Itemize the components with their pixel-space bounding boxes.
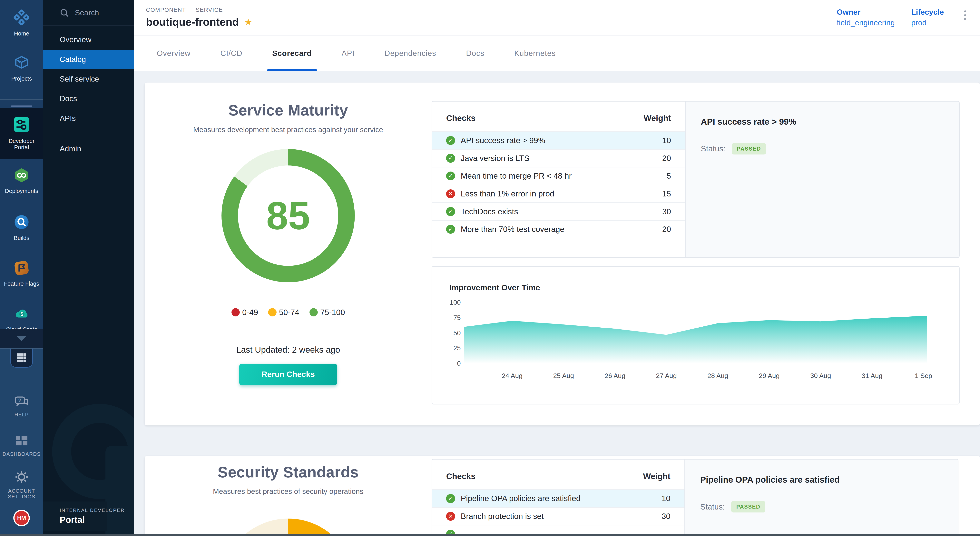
rerun-checks-button[interactable]: Rerun Checks <box>239 364 337 385</box>
sidebar-item-catalog[interactable]: Catalog <box>43 49 134 69</box>
svg-text:31 Aug: 31 Aug <box>862 372 882 379</box>
security-standards-card: Security Standards Measures best practic… <box>145 456 980 536</box>
last-updated-text: Last Updated: 2 weeks ago <box>236 345 340 355</box>
rail-label: Feature Flags <box>4 280 39 287</box>
improvement-area-chart: 025507510024 Aug25 Aug26 Aug27 Aug28 Aug… <box>432 295 959 391</box>
rail-collapse-handle[interactable] <box>11 105 32 107</box>
search-icon <box>60 8 69 17</box>
help-button[interactable]: ? HELP <box>0 395 43 418</box>
sidebar-item-overview[interactable]: Overview <box>43 30 134 49</box>
account-settings-button[interactable]: ACCOUNT SETTINGS <box>0 470 43 499</box>
rail-bottom-label: HELP <box>14 412 29 418</box>
check-row[interactable]: ✓More than 70% test coverage20 <box>432 220 685 238</box>
lifecycle-value[interactable]: prod <box>911 18 944 27</box>
check-weight: 20 <box>662 154 671 163</box>
favorite-star-icon[interactable]: ★ <box>244 16 253 27</box>
module-selector-button[interactable] <box>10 348 33 367</box>
rail-label: Home <box>14 30 29 37</box>
checks-table: Checks Weight ✓API success rate > 99%10 … <box>432 102 685 257</box>
sidebar-item-apis[interactable]: APIs <box>43 109 134 128</box>
brand-title: Portal <box>60 515 125 525</box>
check-status-icon: ✓ <box>446 172 455 180</box>
app-window: Home Projects Developer Portal <box>0 0 980 536</box>
check-row[interactable]: ✕Branch protection is set30 <box>432 507 684 525</box>
security-summary: Security Standards Measures best practic… <box>145 456 431 536</box>
status-label: Status: <box>700 502 725 512</box>
weight-column-header: Weight <box>644 113 671 123</box>
developer-portal-icon <box>13 116 30 134</box>
rail-bottom-section: ? HELP DASHBOARDS ACCOUNT SET <box>0 348 43 536</box>
service-maturity-card: Service Maturity Measures development be… <box>145 83 980 425</box>
rail-item-deployments[interactable]: Deployments <box>0 167 43 194</box>
check-status-icon: ✕ <box>446 189 455 198</box>
page-title: boutique-frontend <box>146 16 239 28</box>
sidebar-item-self-service[interactable]: Self service <box>43 69 134 89</box>
tab-scorecard[interactable]: Scorecard <box>272 35 312 71</box>
rail-label: Deployments <box>5 188 38 194</box>
lifecycle-meta: Lifecycle prod <box>911 8 944 27</box>
check-row[interactable]: ✓API success rate > 99%10 <box>432 131 685 149</box>
rail-item-builds[interactable]: Builds <box>0 214 43 241</box>
svg-text:28 Aug: 28 Aug <box>708 372 728 379</box>
check-row[interactable]: ✓Java version is LTS20 <box>432 149 685 167</box>
rail-label: Builds <box>14 235 29 241</box>
tab-api[interactable]: API <box>342 35 355 71</box>
scorecard-subtitle: Measures development best practices agai… <box>193 126 383 134</box>
score-value: 85 <box>221 149 355 282</box>
check-label: Pipeline OPA policies are satisfied <box>461 494 662 503</box>
check-weight: 10 <box>662 136 671 145</box>
rail-item-home[interactable]: Home <box>0 9 43 37</box>
check-status-icon: ✓ <box>446 225 455 234</box>
dashboards-button[interactable]: DASHBOARDS <box>0 434 43 457</box>
owner-value[interactable]: field_engineering <box>837 18 895 27</box>
sidebar-item-docs[interactable]: Docs <box>43 89 134 108</box>
rail-item-projects[interactable]: Projects <box>0 55 43 82</box>
checks-column-header: Checks <box>446 113 476 123</box>
owner-label: Owner <box>837 8 895 16</box>
entity-tabs: Overview CI/CD Scorecard API Dependencie… <box>134 35 980 71</box>
rail-item-developer-portal[interactable]: Developer Portal <box>0 108 43 159</box>
check-weight: 10 <box>662 494 670 503</box>
checks-panel: Checks Weight ✓Pipeline OPA policies are… <box>431 459 958 536</box>
builds-icon <box>13 214 30 232</box>
svg-text:100: 100 <box>450 299 461 306</box>
tab-dependencies[interactable]: Dependencies <box>385 35 436 71</box>
check-row[interactable]: ✕Less than 1% error in prod15 <box>432 184 685 202</box>
tab-kubernetes[interactable]: Kubernetes <box>514 35 556 71</box>
check-weight: 5 <box>667 171 671 181</box>
rail-item-cloud-costs[interactable]: $ Cloud Costs <box>0 305 43 333</box>
check-status-icon: ✕ <box>446 512 455 521</box>
svg-text:?: ? <box>18 398 22 403</box>
sidebar-search[interactable]: Search <box>43 0 134 26</box>
security-details: Checks Weight ✓Pipeline OPA policies are… <box>431 456 958 536</box>
tab-cicd[interactable]: CI/CD <box>220 35 242 71</box>
check-row[interactable]: ✓Pipeline OPA policies are satisfied10 <box>432 489 684 507</box>
score-gauge <box>221 519 355 536</box>
sidebar-item-admin[interactable]: Admin <box>43 139 134 159</box>
scorecard-title: Service Maturity <box>228 102 348 119</box>
user-avatar[interactable]: HM <box>13 510 30 526</box>
legend-dot-green <box>310 308 318 317</box>
check-row[interactable]: ✓TechDocs exists30 <box>432 202 685 220</box>
check-row[interactable]: ✓Mean time to merge PR < 48 hr5 <box>432 167 685 184</box>
dashboards-icon <box>14 434 29 449</box>
check-label: Mean time to merge PR < 48 hr <box>461 171 667 181</box>
window-bottom-edge <box>0 534 980 536</box>
tab-overview[interactable]: Overview <box>157 35 191 71</box>
tab-docs[interactable]: Docs <box>466 35 485 71</box>
gear-icon <box>14 470 29 485</box>
svg-text:25 Aug: 25 Aug <box>553 372 574 379</box>
deployments-icon <box>13 167 30 185</box>
rail-item-feature-flags[interactable]: Feature Flags <box>0 260 43 287</box>
more-options-kebab-icon[interactable] <box>960 8 970 22</box>
check-status-icon: ✓ <box>446 154 455 162</box>
checks-table: Checks Weight ✓Pipeline OPA policies are… <box>432 460 684 536</box>
weight-column-header: Weight <box>643 472 670 481</box>
entity-heading: COMPONENT — SERVICE boutique-frontend ★ <box>146 7 253 28</box>
check-label: More than 70% test coverage <box>461 225 662 234</box>
harness-logo-icon <box>13 9 30 27</box>
grid-icon <box>16 353 27 363</box>
score-legend: 0-49 50-74 75-100 <box>231 308 345 317</box>
rail-scroll-chevron[interactable] <box>0 329 43 348</box>
check-label: Branch protection is set <box>461 512 662 521</box>
